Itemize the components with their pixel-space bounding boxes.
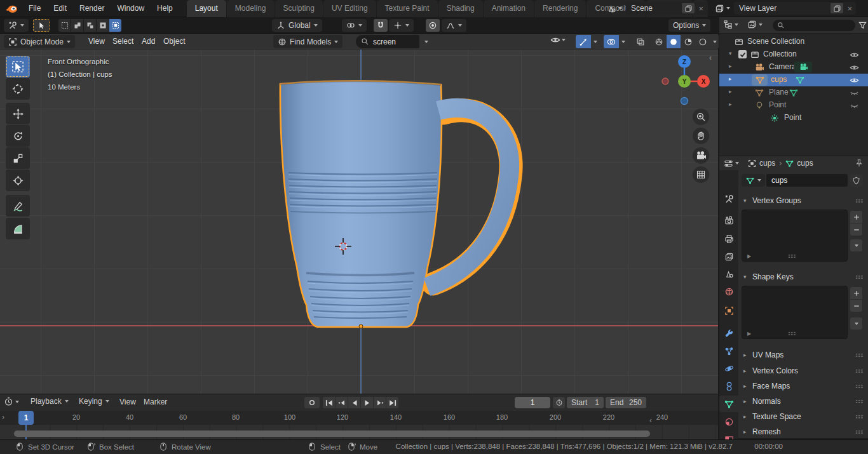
outliner-row-point-data[interactable]: Point (719, 112, 868, 124)
list-resize-handle[interactable] (788, 331, 796, 336)
use-preview-range-button[interactable] (553, 397, 565, 408)
search-options-button[interactable] (421, 35, 431, 48)
outliner-display-mode-button[interactable] (747, 20, 763, 29)
jump-to-start-button[interactable] (323, 397, 335, 408)
filter-icon[interactable] (858, 20, 867, 30)
zoom-button[interactable] (693, 109, 709, 125)
drag-handle-icon[interactable] (855, 353, 864, 357)
view-layer-browse-button[interactable] (713, 4, 732, 13)
new-scene-button[interactable] (682, 3, 695, 13)
next-keyframe-button[interactable] (374, 397, 386, 408)
search-input[interactable]: screen (356, 35, 419, 48)
camera-data-badge[interactable] (794, 62, 812, 72)
tab-view-layer[interactable] (719, 248, 738, 265)
timeline-ruler[interactable]: 20 40 60 80 100 120 140 160 180 200 220 … (0, 411, 718, 425)
properties-editor-type-button[interactable] (719, 159, 739, 168)
breadcrumb-object-label[interactable]: cups (759, 159, 775, 168)
panel-shape-keys[interactable]: ▾ Shape Keys (738, 269, 868, 284)
tab-object-data[interactable] (719, 396, 738, 412)
expander[interactable]: ▾ (729, 50, 732, 57)
select-intersect-button[interactable] (109, 19, 121, 32)
keying-menu[interactable]: Keying (79, 397, 109, 406)
panel-normals[interactable]: ▸Normals (738, 394, 868, 409)
tab-modeling[interactable]: Modeling (227, 0, 275, 17)
tool-scale[interactable] (6, 147, 30, 169)
collection-checkbox[interactable] (738, 50, 747, 58)
tab-scene[interactable] (719, 265, 738, 282)
tab-shading[interactable]: Shading (438, 0, 483, 17)
shading-solid-button[interactable] (667, 35, 681, 48)
mesh-data-browse-button[interactable] (742, 174, 765, 187)
menu-render[interactable]: Render (73, 0, 111, 17)
tab-object[interactable] (719, 302, 738, 319)
frame-start-field[interactable]: Start1 (567, 397, 604, 408)
vertex-group-specials-button[interactable] (850, 239, 862, 251)
tool-dropdown[interactable] (4, 19, 29, 32)
sidebar-toggle[interactable]: ‹ (709, 53, 712, 62)
outliner-row-point[interactable]: ▸ Point (719, 99, 868, 112)
shading-material-button[interactable] (681, 35, 695, 48)
outliner-editor-type-button[interactable] (723, 20, 738, 29)
timeline-view-menu[interactable]: View (119, 397, 136, 406)
select-subtract-button[interactable] (84, 19, 96, 32)
drag-handle-icon[interactable] (855, 275, 864, 279)
mesh-name-field[interactable]: cups (766, 174, 848, 187)
vertex-groups-list[interactable]: ▶ (742, 210, 848, 262)
tab-tool[interactable] (719, 190, 738, 207)
drag-handle-icon[interactable] (855, 384, 864, 389)
timeline-overflow-arrow[interactable]: ‹ (649, 416, 652, 425)
shading-options-button[interactable] (710, 35, 719, 48)
scene-name-field[interactable]: Scene × (626, 2, 707, 15)
drag-handle-icon[interactable] (855, 430, 864, 434)
panel-vertex-groups[interactable]: ▾ Vertex Groups (738, 193, 868, 208)
blender-logo-icon[interactable] (5, 3, 18, 14)
eye-icon[interactable] (850, 50, 859, 60)
active-tool-button[interactable] (33, 19, 50, 32)
menu-file[interactable]: File (22, 0, 47, 17)
shape-key-specials-button[interactable] (850, 317, 862, 330)
panel-vertex-colors[interactable]: ▸Vertex Colors (738, 363, 868, 378)
view-layer-name-field[interactable]: View Layer × (734, 2, 856, 15)
playback-menu[interactable]: Playback (31, 397, 69, 406)
eye-closed-icon[interactable] (850, 101, 859, 110)
axis-neg-z-dot[interactable] (681, 98, 688, 105)
previous-keyframe-button[interactable] (336, 397, 348, 408)
add-vertex-group-button[interactable] (850, 211, 862, 223)
frame-end-field[interactable]: End250 (606, 397, 646, 408)
shape-keys-list[interactable]: ▶ (742, 286, 848, 339)
menu-window[interactable]: Window (111, 0, 151, 17)
expander[interactable]: ▸ (729, 88, 732, 95)
tool-measure[interactable] (6, 218, 30, 239)
proportional-falloff-dropdown[interactable] (442, 19, 466, 32)
pin-icon[interactable] (855, 159, 864, 168)
eye-closed-icon[interactable] (850, 88, 859, 98)
snap-toggle-button[interactable] (374, 19, 388, 32)
pivot-point-dropdown[interactable] (342, 19, 367, 32)
tab-physics[interactable] (719, 360, 738, 377)
outliner-row-plane[interactable]: ▸ Plane (719, 86, 868, 99)
timeline-marker-menu[interactable]: Marker (144, 397, 167, 406)
mug-object[interactable] (267, 75, 534, 335)
outliner-row-camera[interactable]: ▸ Camera (719, 61, 868, 74)
timeline-track[interactable] (0, 425, 718, 440)
viewport-menu-select[interactable]: Select (107, 34, 139, 49)
timeline-scrollbar[interactable] (14, 431, 650, 437)
drag-handle-icon[interactable] (855, 369, 864, 373)
panel-remesh[interactable]: ▸Remesh (738, 424, 868, 439)
tab-layout[interactable]: Layout (187, 0, 226, 17)
new-view-layer-button[interactable] (831, 3, 843, 13)
proportional-editing-button[interactable] (426, 19, 440, 32)
gizmo-options-button[interactable] (591, 35, 599, 48)
drag-handle-icon[interactable] (855, 199, 864, 203)
unlink-scene-button[interactable]: × (697, 4, 705, 13)
outliner-row-cups[interactable]: ▸ cups (719, 74, 868, 86)
tool-select-box[interactable] (6, 56, 30, 77)
scene-browse-button[interactable] (605, 4, 624, 13)
menu-edit[interactable]: Edit (47, 0, 73, 17)
drag-handle-icon[interactable] (855, 415, 864, 419)
tool-rotate[interactable] (6, 125, 30, 147)
viewport-menu-object[interactable]: Object (158, 34, 191, 49)
select-extend-button[interactable] (71, 19, 83, 32)
timeline-expand-arrow[interactable]: › (2, 413, 4, 422)
auto-keying-record-button[interactable] (304, 397, 320, 408)
